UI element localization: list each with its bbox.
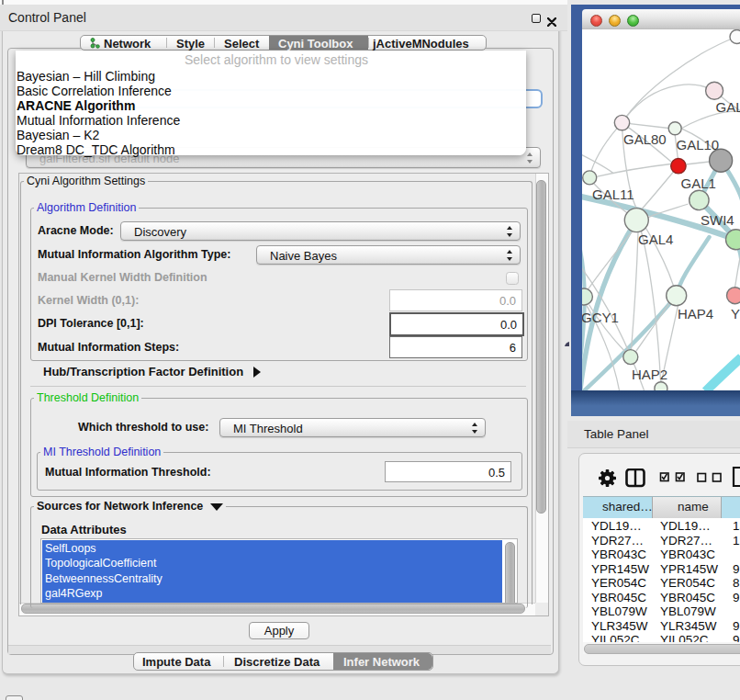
svg-text:SWI4: SWI4 (701, 212, 734, 228)
svg-text:HAP4: HAP4 (678, 306, 713, 322)
svg-text:GAL80: GAL80 (623, 131, 667, 147)
svg-text:Y: Y (731, 306, 740, 322)
svg-text:GCY1: GCY1 (582, 310, 619, 325)
svg-text:HAP2: HAP2 (632, 367, 667, 382)
svg-text:GAL4: GAL4 (638, 231, 673, 247)
svg-text:GAL2: GAL2 (715, 99, 740, 115)
svg-text:GAL11: GAL11 (592, 186, 634, 202)
svg-text:GAL1: GAL1 (680, 175, 715, 191)
svg-text:GAL10: GAL10 (676, 137, 719, 152)
